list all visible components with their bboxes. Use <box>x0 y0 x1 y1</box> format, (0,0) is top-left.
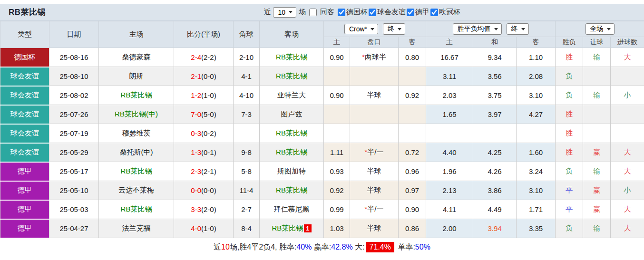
cell-avg-away: 3.24 <box>517 162 556 181</box>
cell-handicap <box>350 105 399 124</box>
cell-home: 桑德豪森 <box>99 48 174 67</box>
cell-away-odds: 0.86 <box>399 219 426 238</box>
chevron-down-icon <box>398 28 401 30</box>
cell-home-odds <box>324 67 350 86</box>
subheader-odds-home: 主 <box>324 37 350 48</box>
avg-type-select[interactable]: 胜平负均值 <box>453 23 502 35</box>
fulltime-score: 1-3 <box>191 148 201 156</box>
cell-cover: 输 <box>583 48 611 67</box>
cell-type: 球会友谊 <box>0 143 49 162</box>
chevron-down-icon <box>371 28 374 30</box>
handicap-text: 半球 <box>367 91 381 99</box>
cell-cover: 输 <box>583 162 611 181</box>
chevron-down-icon <box>494 28 498 30</box>
bookmaker-time-select[interactable]: 终 <box>383 23 405 35</box>
subheader-result: 胜负 <box>556 37 583 48</box>
away-team-name: RB莱比锡 <box>276 129 307 137</box>
cell-score: 4-0(1-0) <box>174 219 234 238</box>
cell-home: 穆瑟维茨 <box>99 124 174 143</box>
avg-type-value: 胜平负均值 <box>458 25 491 33</box>
subheader-handicap: 盘口 <box>350 37 399 48</box>
cell-away: 亚特兰大 <box>260 86 324 105</box>
recent-label: 近 <box>263 8 271 17</box>
avg-time-select[interactable]: 终 <box>507 23 529 35</box>
handicap-text: 半球 <box>367 186 381 194</box>
filter-checkbox[interactable] <box>430 9 438 16</box>
cell-result: 负 <box>556 86 583 105</box>
cell-handicap: *半/一 <box>350 200 399 219</box>
cell-home: 桑托斯(中) <box>99 143 174 162</box>
cell-avg-draw: 9.34 <box>473 48 517 67</box>
cell-score: 2-3(2-1) <box>174 162 234 181</box>
filter-item-1: 球会友谊 <box>368 8 406 17</box>
home-team-name: 穆瑟维茨 <box>122 129 151 137</box>
match-history-panel: RB莱比锡 近 10 场 同客 德国杯球会友谊德甲欧冠杯 类型 日期 主场 <box>0 0 644 260</box>
cell-home: 朗斯 <box>99 67 174 86</box>
cell-avg-home: 2.00 <box>426 219 473 238</box>
cell-score: 2-1(0-0) <box>174 67 234 86</box>
cell-corners: 11-4 <box>234 181 260 200</box>
cell-type: 德甲 <box>0 200 49 219</box>
competition-filters: 德国杯球会友谊德甲欧冠杯 <box>337 8 460 17</box>
stats-footer: 近10场,胜4平2负4, 胜率:40% 赢率:42.8% 大:71.4% 单率:… <box>0 239 644 256</box>
cell-away-odds: 0.96 <box>399 162 426 181</box>
filter-checkbox[interactable] <box>338 9 345 16</box>
header-away: 客场 <box>260 21 324 48</box>
cell-away: 图卢兹 <box>260 105 324 124</box>
away-team-name: RB莱比锡 <box>272 224 303 232</box>
cell-home-odds: 0.90 <box>324 86 350 105</box>
cell-corners: 2-10 <box>234 48 260 67</box>
halftime-score: (2-1) <box>201 167 216 175</box>
filter-item-0: 德国杯 <box>337 8 368 17</box>
footer-segment: 10 <box>221 243 230 251</box>
cell-date: 25-05-17 <box>49 162 99 181</box>
cell-avg-away: 4.27 <box>517 105 556 124</box>
halftime-score: (0-1) <box>201 148 216 156</box>
cell-cover <box>583 105 611 124</box>
cell-avg-draw: 4.25 <box>473 143 517 162</box>
match-table: 类型 日期 主场 比分(半场) 角球 客场 Crow* 终 <box>0 21 644 239</box>
fulltime-score: 4-0 <box>191 224 201 232</box>
cell-cover <box>583 67 611 86</box>
fulltime-score: 2-4 <box>191 53 201 61</box>
table-row: 球会友谊25-08-10朗斯2-1(0-0)4-1RB莱比锡3.113.562.… <box>0 67 644 86</box>
cell-type: 球会友谊 <box>0 86 49 105</box>
home-team-name: 桑托斯(中) <box>120 148 153 156</box>
cell-date: 25-08-16 <box>49 48 99 67</box>
cell-cover: 赢 <box>583 181 611 200</box>
cell-away-odds <box>399 124 426 143</box>
filter-checkbox[interactable] <box>407 9 414 16</box>
halftime-score: (0-2) <box>201 129 216 137</box>
cell-score: 0-3(0-2) <box>174 124 234 143</box>
same-opponent-checkbox[interactable] <box>309 9 317 16</box>
scope-select[interactable]: 全场 <box>585 23 615 35</box>
cell-corners <box>234 124 260 143</box>
cell-cover: 赢 <box>583 143 611 162</box>
footer-segment: 赢率: <box>312 242 331 252</box>
cell-type: 德甲 <box>0 181 49 200</box>
cell-home: RB莱比锡(中) <box>99 105 174 124</box>
recent-games-select[interactable]: 10 <box>273 7 296 18</box>
cell-corners: 4-1 <box>234 67 260 86</box>
filter-checkbox[interactable] <box>369 9 376 16</box>
cell-avg-home: 4.11 <box>426 200 473 219</box>
cell-handicap: 半球 <box>350 181 399 200</box>
subheader-odds-away: 客 <box>399 37 426 48</box>
cell-goals: 大 <box>611 219 644 238</box>
cell-handicap: 半球 <box>350 219 399 238</box>
cell-home: RB莱比锡 <box>99 86 174 105</box>
subheader-avg-draw: 和 <box>473 37 517 48</box>
cell-home-odds: 1.03 <box>324 219 350 238</box>
handicap-text: 半球 <box>367 224 381 232</box>
filter-label: 德甲 <box>415 8 429 17</box>
cell-goals: 小 <box>611 86 644 105</box>
cell-score: 2-4(2-2) <box>174 48 234 67</box>
home-team-name: 法兰克福 <box>122 224 151 232</box>
cell-home-odds: 1.11 <box>324 143 350 162</box>
bookmaker-select[interactable]: Crow* <box>344 24 378 34</box>
cell-result: 负 <box>556 162 583 181</box>
cell-away: RB莱比锡 <box>260 67 324 86</box>
cell-goals: 大 <box>611 162 644 181</box>
fulltime-score: 7-0 <box>191 110 201 118</box>
table-row: 德甲25-05-17RB莱比锡2-3(2-1)5-8斯图加特0.93半球0.96… <box>0 162 644 181</box>
